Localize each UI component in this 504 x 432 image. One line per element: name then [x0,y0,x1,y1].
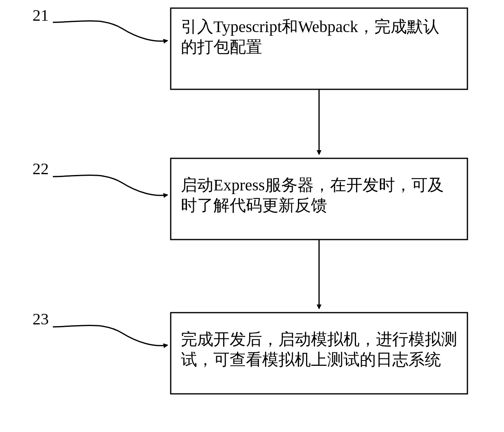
step-21-line1: 引入Typescript和Webpack，完成默认 [181,17,439,36]
step-label-23: 23 [33,310,49,328]
step-22-line2: 时了解代码更新反馈 [181,196,327,214]
connector-22 [53,175,167,195]
step-label-21: 21 [33,6,49,24]
step-23-line2: 试，可查看模拟机上测试的日志系统 [181,350,441,369]
step-23-line1: 完成开发后，启动模拟机，进行模拟测 [181,330,457,348]
connector-21 [53,21,167,41]
step-label-22: 22 [33,160,49,178]
step-22-line1: 启动Express服务器，在开发时，可及 [181,176,444,194]
flowchart: 引入Typescript和Webpack，完成默认 的打包配置 启动Expres… [0,0,504,432]
connector-23 [53,325,167,346]
step-21-line2: 的打包配置 [181,38,262,56]
